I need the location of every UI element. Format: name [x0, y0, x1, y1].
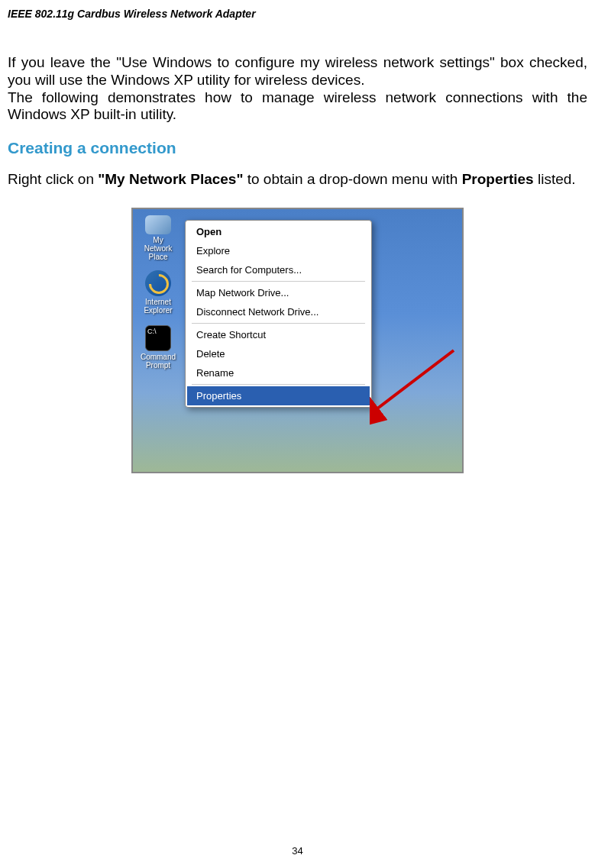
ie-icon-label: Internet Explorer — [139, 298, 177, 315]
menu-item-explore[interactable]: Explore — [187, 241, 370, 260]
intro-line2: The following demonstrates how to manage… — [8, 89, 587, 123]
instruction-prefix: Right click on — [8, 171, 98, 187]
instruction-bold1: "My Network Places" — [98, 171, 243, 187]
intro-text: If you leave the "Use Windows to configu… — [8, 54, 587, 124]
instruction-suffix: listed. — [534, 171, 576, 187]
screenshot-container: My Network Place Internet Explorer Comma… — [8, 208, 587, 473]
menu-item-delete[interactable]: Delete — [187, 344, 370, 363]
desktop-screenshot: My Network Place Internet Explorer Comma… — [131, 208, 464, 473]
instruction-bold2: Properties — [462, 171, 534, 187]
document-header: IEEE 802.11g Cardbus Wireless Network Ad… — [8, 8, 587, 20]
cmd-icon-label: Command Prompt — [139, 353, 177, 369]
command-prompt-icon[interactable]: Command Prompt — [139, 325, 177, 371]
menu-item-rename[interactable]: Rename — [187, 363, 370, 382]
ie-icon — [145, 270, 171, 296]
menu-separator — [192, 281, 365, 282]
network-icon-label: My Network Place — [139, 236, 177, 261]
menu-separator — [192, 323, 365, 324]
menu-item-open[interactable]: Open — [187, 222, 370, 241]
red-arrow-annotation — [370, 343, 461, 427]
instruction-middle: to obtain a drop-down menu with — [243, 171, 461, 187]
intro-line1: If you leave the "Use Windows to configu… — [8, 54, 587, 88]
menu-item-create-shortcut[interactable]: Create Shortcut — [187, 325, 370, 344]
menu-item-properties[interactable]: Properties — [187, 386, 370, 405]
menu-item-map-drive[interactable]: Map Network Drive... — [187, 283, 370, 302]
internet-explorer-icon[interactable]: Internet Explorer — [139, 270, 177, 316]
instruction-text: Right click on "My Network Places" to ob… — [8, 171, 587, 189]
context-menu: Open Explore Search for Computers... Map… — [185, 220, 372, 408]
menu-item-search[interactable]: Search for Computers... — [187, 260, 370, 279]
my-network-places-icon[interactable]: My Network Place — [139, 215, 177, 261]
menu-item-disconnect-drive[interactable]: Disconnect Network Drive... — [187, 302, 370, 321]
svg-line-1 — [373, 350, 454, 411]
menu-separator — [192, 384, 365, 385]
section-heading: Creating a connection — [8, 139, 587, 157]
network-icon — [145, 215, 171, 234]
cmd-icon — [145, 325, 171, 351]
desktop-icons-column: My Network Place Internet Explorer Comma… — [139, 215, 177, 380]
page-number: 34 — [292, 845, 302, 857]
